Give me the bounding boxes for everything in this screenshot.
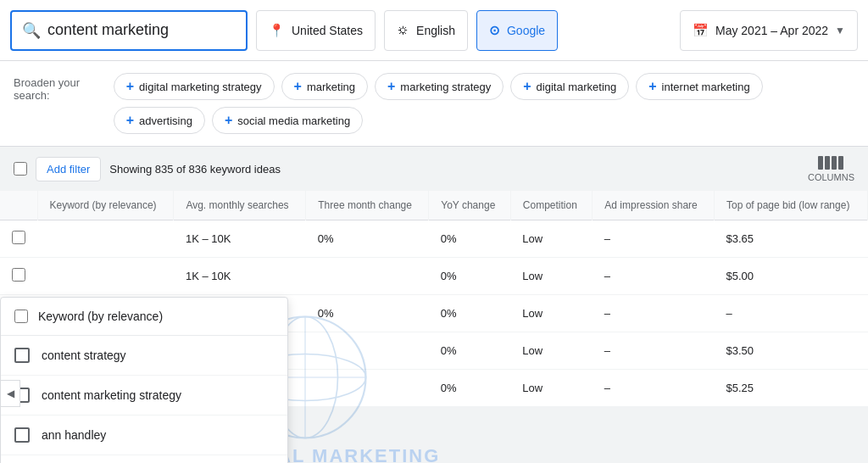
columns-label: COLUMNS xyxy=(808,172,854,182)
dropdown-item-checkbox[interactable] xyxy=(14,348,30,363)
three-month-cell xyxy=(306,258,429,295)
dropdown-header-checkbox[interactable] xyxy=(14,310,28,323)
yoy-cell: 0% xyxy=(429,220,511,258)
columns-button[interactable]: COLUMNS xyxy=(808,156,854,182)
broaden-label: Broaden your search: xyxy=(14,73,100,102)
platform-label: Google xyxy=(507,24,545,37)
dropdown-item-label: ann handley xyxy=(42,428,106,442)
language-icon: ⛭ xyxy=(397,23,409,37)
ad-impression-cell: – xyxy=(593,370,715,407)
broaden-tag-marketing-strategy[interactable]: + marketing strategy xyxy=(375,73,504,100)
top-bid-cell: $5.00 xyxy=(714,258,867,295)
yoy-cell: 0% xyxy=(429,370,511,407)
location-icon: 📍 xyxy=(269,23,285,38)
top-bid-cell: – xyxy=(714,295,867,332)
search-input[interactable] xyxy=(47,21,234,39)
platform-icon: ⊙ xyxy=(489,23,500,38)
ad-impression-cell: – xyxy=(593,220,715,258)
monthly-cell: 1K – 10K xyxy=(174,258,306,295)
tag-label: digital marketing xyxy=(537,81,617,93)
yoy-cell: 0% xyxy=(429,258,511,295)
three-month-cell: 0% xyxy=(306,295,429,332)
three-month-cell xyxy=(306,332,429,370)
table-header-row: Keyword (by relevance) Avg. monthly sear… xyxy=(0,191,868,220)
date-picker[interactable]: 📅 May 2021 – Apr 2022 ▼ xyxy=(680,10,858,51)
search-box[interactable]: 🔍 xyxy=(10,10,248,51)
dropdown-item-label: content marketing strategy xyxy=(42,388,181,402)
dropdown-item-ann-handley[interactable]: ann handley xyxy=(1,416,287,455)
broaden-tag-marketing[interactable]: + marketing xyxy=(281,73,368,100)
broaden-tag-social-media-marketing[interactable]: + social media marketing xyxy=(212,107,363,134)
col-competition[interactable]: Competition xyxy=(510,191,593,220)
row-checkbox[interactable] xyxy=(12,268,25,282)
add-filter-button[interactable]: Add filter xyxy=(36,157,101,181)
top-bid-cell: $3.50 xyxy=(714,332,867,370)
yoy-cell: 0% xyxy=(429,332,511,370)
ad-impression-cell: – xyxy=(593,258,715,295)
top-bid-cell: $3.65 xyxy=(714,220,867,258)
monthly-cell: 1K – 10K xyxy=(174,220,306,258)
keyword-dropdown: Keyword (by relevance) content strategy … xyxy=(0,297,288,463)
table-row: 1K – 10K 0% 0% Low – $3.65 xyxy=(0,220,868,258)
col-keyword[interactable]: Keyword (by relevance) xyxy=(37,191,174,220)
broaden-tag-digital-marketing[interactable]: + digital marketing xyxy=(510,73,629,100)
col-ad-impression[interactable]: Ad impression share xyxy=(593,191,715,220)
plus-icon: + xyxy=(126,79,134,94)
chevron-down-icon: ▼ xyxy=(835,25,845,36)
plus-icon: + xyxy=(648,79,656,94)
tag-label: internet marketing xyxy=(662,81,750,93)
ad-impression-cell: – xyxy=(593,332,715,370)
broaden-tag-internet-marketing[interactable]: + internet marketing xyxy=(636,73,762,100)
broaden-section: Broaden your search: + digital marketing… xyxy=(0,61,868,147)
ad-impression-cell: – xyxy=(593,295,715,332)
three-month-cell xyxy=(306,370,429,407)
plus-icon: + xyxy=(523,79,531,94)
plus-icon: + xyxy=(126,113,134,128)
col-monthly-searches[interactable]: Avg. monthly searches xyxy=(174,191,306,220)
search-icon: 🔍 xyxy=(22,21,41,40)
platform-filter[interactable]: ⊙ Google xyxy=(476,10,558,51)
top-bar: 🔍 📍 United States ⛭ English ⊙ Google 📅 M… xyxy=(0,0,868,61)
dropdown-item-content-marketing-strategy[interactable]: content marketing strategy xyxy=(1,376,287,416)
filter-label: Add filter xyxy=(47,163,90,176)
tag-label: advertising xyxy=(139,114,192,127)
plus-icon: + xyxy=(225,113,232,128)
table-header-bar: Add filter Showing 835 of 836 keyword id… xyxy=(0,147,868,191)
date-range-label: May 2021 – Apr 2022 xyxy=(715,24,828,37)
chevron-left-icon: ◀ xyxy=(7,388,14,399)
tag-label: marketing xyxy=(307,81,355,93)
col-top-bid[interactable]: Top of page bid (low range) xyxy=(714,191,867,220)
keyword-cell xyxy=(37,258,174,295)
tag-label: digital marketing strategy xyxy=(139,81,262,93)
tag-label: social media marketing xyxy=(237,114,350,127)
yoy-cell: 0% xyxy=(429,295,511,332)
broaden-tags: + digital marketing strategy + marketing… xyxy=(114,73,854,134)
top-bid-cell: $5.25 xyxy=(714,370,867,407)
language-label: English xyxy=(416,24,455,37)
competition-cell: Low xyxy=(510,295,593,332)
dropdown-item-visual-marketing[interactable]: visual marketing xyxy=(1,455,287,463)
broaden-tag-advertising[interactable]: + advertising xyxy=(114,107,205,134)
calendar-icon: 📅 xyxy=(693,23,709,38)
broaden-tag-digital-marketing-strategy[interactable]: + digital marketing strategy xyxy=(114,73,275,100)
col-three-month[interactable]: Three month change xyxy=(306,191,429,220)
table-row: 1K – 10K 0% Low – $5.00 xyxy=(0,258,868,295)
row-checkbox[interactable] xyxy=(12,231,25,244)
dropdown-header-text: Keyword (by relevance) xyxy=(38,310,163,323)
dropdown-item-content-strategy[interactable]: content strategy xyxy=(1,336,287,376)
col-checkbox xyxy=(0,191,37,220)
columns-icon xyxy=(818,156,843,170)
main-area: Add filter Showing 835 of 836 keyword id… xyxy=(0,147,868,407)
scroll-left-button[interactable]: ◀ xyxy=(0,380,20,407)
col-yoy[interactable]: YoY change xyxy=(429,191,511,220)
competition-cell: Low xyxy=(510,332,593,370)
language-filter[interactable]: ⛭ English xyxy=(384,10,468,51)
competition-cell: Low xyxy=(510,370,593,407)
three-month-cell: 0% xyxy=(306,220,429,258)
location-filter[interactable]: 📍 United States xyxy=(256,10,376,51)
select-all-checkbox[interactable] xyxy=(14,162,27,176)
dropdown-item-checkbox[interactable] xyxy=(14,427,30,443)
competition-cell: Low xyxy=(510,220,593,258)
keyword-cell xyxy=(37,220,174,258)
plus-icon: + xyxy=(387,79,395,94)
